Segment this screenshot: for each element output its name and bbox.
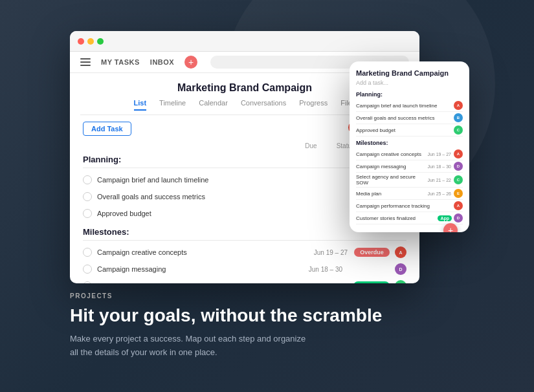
mobile-task-date: Jun 21 – 22 bbox=[427, 178, 451, 182]
task-checkbox[interactable] bbox=[83, 248, 92, 257]
mobile-task-avatar: D bbox=[454, 213, 463, 223]
task-row: Campaign creative concepts Jun 19 – 27 O… bbox=[83, 244, 406, 261]
mobile-task-name: Overall goals and success metrics bbox=[356, 115, 454, 121]
mobile-task-name: Campaign messaging bbox=[356, 164, 427, 169]
task-avatar: D bbox=[395, 263, 406, 275]
window-titlebar bbox=[70, 31, 419, 52]
task-checkbox[interactable] bbox=[83, 209, 92, 218]
task-checkbox[interactable] bbox=[83, 265, 92, 274]
mobile-task-row: Campaign messaging Jun 18 – 30 D bbox=[356, 160, 463, 173]
mobile-task-row: Campaign creative concepts Jun 19 – 27 A bbox=[356, 148, 463, 160]
task-badge: Approved bbox=[353, 281, 390, 283]
minimize-button-dot[interactable] bbox=[87, 38, 94, 45]
task-name: Overall goals and success metrics bbox=[97, 193, 304, 201]
mobile-task-row: Approved budget C bbox=[356, 124, 463, 136]
tab-conversations[interactable]: Conversations bbox=[241, 99, 286, 111]
add-task-button[interactable]: Add Task bbox=[83, 122, 131, 136]
mobile-task-avatar: E bbox=[454, 189, 463, 198]
task-name: Campaign brief and launch timeline bbox=[97, 176, 308, 184]
mobile-task-name: Media plan bbox=[356, 191, 427, 197]
mobile-task-name: Campaign creative concepts bbox=[356, 151, 427, 157]
mobile-task-avatar: B bbox=[454, 113, 463, 122]
task-date: Jun 19 – 27 bbox=[309, 249, 348, 256]
tagline: Hit your goals, without the scramble bbox=[70, 305, 382, 327]
mobile-task-avatar: A bbox=[454, 149, 463, 158]
col-due: Due bbox=[305, 142, 317, 149]
mobile-task-date: Jun 18 – 30 bbox=[427, 164, 451, 169]
hamburger-menu[interactable] bbox=[80, 58, 91, 66]
mobile-task-name: Select agency and secure SOW bbox=[356, 174, 427, 186]
task-date: Jun 21 – 22 bbox=[308, 283, 347, 284]
mobile-section-milestones: Milestones: bbox=[356, 140, 463, 146]
task-name: Select agency and secure SOW bbox=[97, 282, 308, 283]
task-name: Campaign messaging bbox=[97, 265, 304, 273]
mobile-section-planning: Planning: bbox=[356, 91, 463, 98]
projects-label: PROJECTS bbox=[70, 292, 382, 299]
mobile-task-avatar: A bbox=[454, 101, 463, 110]
maximize-button-dot[interactable] bbox=[97, 38, 104, 45]
task-avatar: A bbox=[395, 246, 406, 258]
mobile-task-date: Jun 19 – 27 bbox=[427, 152, 451, 157]
description: Make every project a success. Map out ea… bbox=[70, 332, 316, 360]
close-button-dot[interactable] bbox=[78, 38, 84, 45]
mobile-task-name: Campaign brief and launch timeline bbox=[356, 103, 454, 109]
task-name: Campaign creative concepts bbox=[97, 248, 309, 256]
mobile-task-row: Campaign performance tracking A bbox=[356, 200, 463, 212]
tab-list[interactable]: List bbox=[134, 99, 147, 111]
mobile-task-avatar: C bbox=[454, 125, 463, 135]
add-button[interactable]: + bbox=[184, 56, 197, 69]
mobile-task-row: Campaign brief and launch timeline A bbox=[356, 100, 463, 112]
task-checkbox[interactable] bbox=[83, 192, 92, 201]
task-row: Campaign messaging Jun 18 – 30 D bbox=[83, 261, 406, 278]
mobile-task-row: Select agency and secure SOW Jun 21 – 22… bbox=[356, 173, 463, 188]
mobile-task-row: Overall goals and success metrics B bbox=[356, 112, 463, 124]
mobile-task-row: Customer stories finalized App D bbox=[356, 212, 463, 224]
mobile-task-name: Campaign performance tracking bbox=[356, 203, 454, 209]
task-row: Select agency and secure SOW Jun 21 – 22… bbox=[83, 278, 406, 283]
mobile-task-row: Media plan Jun 25 – 26 E bbox=[356, 188, 463, 200]
mobile-title: Marketing Brand Campaign bbox=[356, 69, 463, 77]
section-divider-milestones bbox=[83, 240, 406, 241]
nav-my-tasks[interactable]: MY TASKS bbox=[101, 58, 140, 66]
task-badge: Overdue bbox=[354, 248, 390, 257]
bottom-section: PROJECTS Hit your goals, without the scr… bbox=[70, 292, 382, 360]
mobile-task-name: Customer stories finalized bbox=[356, 215, 438, 221]
task-checkbox[interactable] bbox=[83, 175, 92, 184]
mobile-task-avatar: C bbox=[454, 175, 463, 184]
window-controls bbox=[78, 38, 104, 45]
mobile-fab-button[interactable]: + bbox=[443, 223, 458, 232]
mobile-task-avatar: D bbox=[454, 162, 463, 171]
tab-timeline[interactable]: Timeline bbox=[159, 99, 186, 111]
task-name: Approved budget bbox=[97, 210, 308, 217]
mobile-task-date: Jun 25 – 26 bbox=[427, 191, 451, 196]
mobile-badge: App bbox=[438, 215, 452, 221]
tab-progress[interactable]: Progress bbox=[299, 99, 328, 111]
task-avatar: C bbox=[395, 280, 406, 283]
mobile-task-name: Approved budget bbox=[356, 127, 454, 133]
tab-calendar[interactable]: Calendar bbox=[199, 99, 228, 111]
task-checkbox[interactable] bbox=[83, 281, 92, 283]
task-date: Jun 18 – 30 bbox=[304, 266, 342, 273]
mobile-add-task[interactable]: Add a task... bbox=[356, 80, 463, 86]
mobile-task-avatar: A bbox=[454, 201, 463, 210]
nav-inbox[interactable]: INBOX bbox=[150, 58, 174, 66]
mobile-window: Marketing Brand Campaign Add a task... P… bbox=[350, 61, 469, 232]
